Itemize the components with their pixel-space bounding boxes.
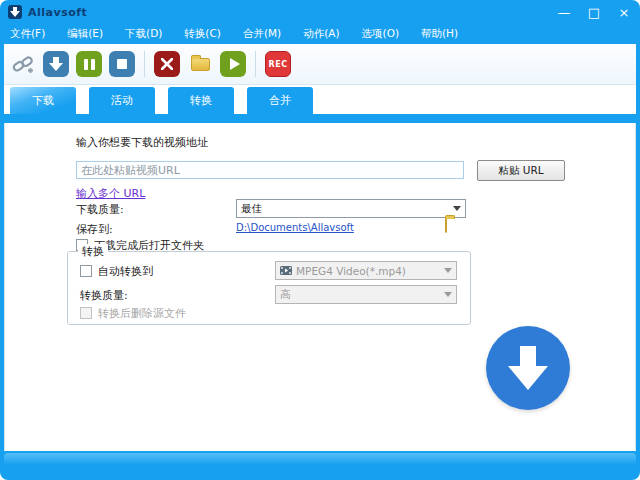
browse-folder-icon[interactable]: [445, 219, 447, 232]
chevron-down-icon: [453, 206, 461, 211]
checkbox-box[interactable]: [80, 265, 92, 277]
allavsoft-window: Allavsoft — □ × 文件(F) 编辑(E) 下载(D) 转换(C) …: [0, 0, 640, 480]
tab-strip: 下载 活动 转换 合并: [4, 85, 636, 114]
play-icon[interactable]: [220, 51, 246, 77]
add-url-icon[interactable]: [10, 51, 36, 77]
menu-help[interactable]: 帮助(H): [421, 27, 458, 41]
download-quality-label: 下载质量:: [76, 202, 124, 217]
multi-url-link[interactable]: 输入多个 URL: [76, 186, 145, 201]
url-label: 输入你想要下载的视频地址: [76, 135, 208, 150]
big-download-button[interactable]: [486, 326, 570, 410]
download-quality-select[interactable]: 最佳: [236, 199, 466, 218]
tab-download[interactable]: 下载: [10, 87, 76, 114]
video-format-icon: [280, 265, 292, 276]
close-button[interactable]: ×: [616, 6, 632, 19]
download-icon[interactable]: [43, 51, 69, 77]
toolbar: REC: [4, 44, 636, 85]
url-input[interactable]: [76, 161, 464, 179]
checkbox-box: [80, 307, 92, 319]
chevron-down-icon: [444, 292, 452, 297]
convert-groupbox: 转换 自动转换到 MPEG4 Video(*.mp4) 转换质量:: [67, 251, 471, 325]
convert-quality-label: 转换质量:: [80, 288, 128, 303]
save-to-label: 保存到:: [76, 222, 113, 237]
toolbar-separator: [144, 51, 145, 77]
minimize-button[interactable]: —: [556, 6, 572, 19]
tab-activity[interactable]: 活动: [89, 87, 155, 114]
delete-source-checkbox: 转换后删除源文件: [80, 306, 186, 321]
title-bar: Allavsoft — □ ×: [0, 0, 640, 24]
maximize-button[interactable]: □: [586, 6, 602, 19]
paste-url-button[interactable]: 粘贴 URL: [477, 160, 565, 181]
chevron-down-icon: [444, 268, 452, 273]
menu-convert[interactable]: 转换(C): [184, 27, 221, 41]
download-quality-value: 最佳: [241, 202, 262, 216]
menu-file[interactable]: 文件(F): [10, 27, 45, 41]
menu-download[interactable]: 下载(D): [125, 27, 162, 41]
tab-merge[interactable]: 合并: [247, 87, 313, 114]
record-label: REC: [269, 60, 288, 69]
convert-quality-select: 高: [275, 285, 457, 304]
open-folder-icon[interactable]: [187, 51, 213, 77]
menu-merge[interactable]: 合并(M): [243, 27, 281, 41]
window-title: Allavsoft: [28, 6, 87, 19]
convert-format-value: MPEG4 Video(*.mp4): [296, 265, 406, 277]
stop-icon[interactable]: [109, 51, 135, 77]
tab-underline-bar: [4, 114, 636, 123]
convert-group-title: 转换: [78, 244, 108, 259]
checkbox-label: 转换后删除源文件: [98, 307, 186, 320]
toolbar-separator: [255, 51, 256, 77]
menu-action[interactable]: 动作(A): [303, 27, 339, 41]
convert-quality-value: 高: [280, 288, 291, 302]
download-arrow-icon: [506, 344, 550, 392]
auto-convert-checkbox[interactable]: 自动转换到: [80, 264, 153, 279]
save-path-link[interactable]: D:\Documents\Allavsoft: [236, 222, 354, 233]
tab-convert[interactable]: 转换: [168, 87, 234, 114]
menu-bar: 文件(F) 编辑(E) 下载(D) 转换(C) 合并(M) 动作(A) 选项(O…: [0, 24, 640, 44]
checkbox-label: 自动转换到: [98, 265, 153, 278]
remove-icon[interactable]: [154, 51, 180, 77]
download-panel: 输入你想要下载的视频地址 粘贴 URL 输入多个 URL 下载质量: 最佳 保存…: [4, 123, 636, 451]
record-button[interactable]: REC: [265, 51, 291, 77]
status-bar: [4, 453, 636, 479]
menu-edit[interactable]: 编辑(E): [67, 27, 103, 41]
app-icon: [8, 5, 22, 19]
convert-format-select: MPEG4 Video(*.mp4): [275, 261, 457, 280]
menu-options[interactable]: 选项(O): [362, 27, 399, 41]
pause-icon[interactable]: [76, 51, 102, 77]
